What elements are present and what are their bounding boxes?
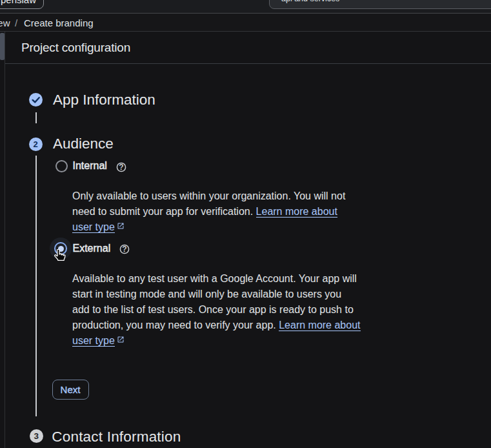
- svg-text:?: ?: [122, 245, 126, 254]
- svg-text:?: ?: [119, 163, 123, 172]
